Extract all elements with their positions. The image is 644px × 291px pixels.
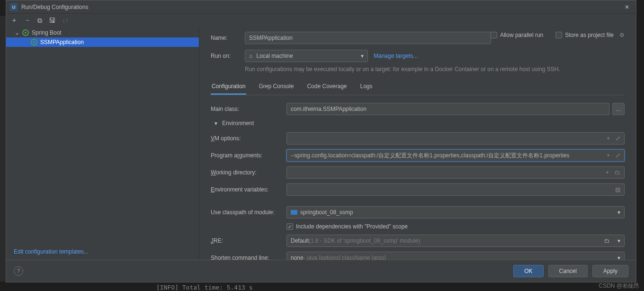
run-debug-dialog: IJ Run/Debug Configurations ✕ ＋ － ⧉ 🖫 ↓↑… (6, 0, 636, 282)
folder-icon[interactable]: 🗀 (604, 237, 610, 244)
jre-label: JRE: (211, 237, 286, 244)
env-vars-label: Environment variables: (211, 186, 286, 193)
sort-button[interactable]: ↓↑ (62, 17, 69, 24)
folder-icon[interactable]: 🗀 (613, 169, 622, 176)
shorten-row: Shorten command line: none - java [optio… (211, 252, 625, 260)
tab-code-coverage[interactable]: Code Coverage (306, 80, 348, 95)
checkbox-label: Store as project file (565, 32, 614, 38)
vm-options-field[interactable]: +⤢ (286, 132, 625, 145)
main-class-field[interactable]: com.itheima.SSMPApplication (286, 103, 609, 115)
tree-node-label: SSMPApplication (40, 39, 84, 45)
environment-section-header[interactable]: ▼ Environment (214, 120, 625, 127)
save-config-button[interactable]: 🖫 (49, 17, 55, 24)
chevron-down-icon: ▾ (361, 53, 364, 59)
expand-icon[interactable]: + (604, 169, 611, 176)
remove-config-button[interactable]: － (24, 16, 31, 25)
copy-config-button[interactable]: ⧉ (37, 17, 42, 25)
checkbox-box: ✓ (286, 223, 293, 230)
chevron-down-icon: ▾ (617, 209, 620, 216)
vm-options-row: VM options: +⤢ (211, 132, 625, 145)
add-config-button[interactable]: ＋ (11, 16, 18, 25)
maximize-icon[interactable]: ⤢ (614, 135, 622, 142)
window-title: Run/Debug Configurations (21, 4, 622, 10)
main-class-row: Main class: com.itheima.SSMPApplication … (211, 103, 625, 115)
manage-targets-link[interactable]: Manage targets... (374, 53, 418, 59)
home-icon: ⌂ (249, 53, 252, 59)
run-on-value: Local machine (256, 53, 293, 59)
classpath-row: Use classpath of module: springboot_08_s… (211, 206, 625, 218)
shorten-combo[interactable]: none - java [options] className [args] ▾ (286, 252, 625, 260)
config-main-panel: Allow parallel run Store as project file… (199, 27, 636, 260)
environment-label: Environment (222, 120, 254, 127)
expand-icon[interactable]: + (605, 135, 612, 142)
chevron-down-icon: ⌄ (15, 29, 19, 36)
close-icon[interactable]: ✕ (622, 4, 632, 10)
dialog-body: ⌄ Spring Boot SSMPApplication Edit confi… (6, 27, 636, 260)
maximize-icon[interactable]: ⤢ (614, 152, 622, 159)
tree-node-ssmpapplication[interactable]: SSMPApplication (6, 37, 199, 47)
config-tree: ⌄ Spring Boot SSMPApplication (6, 27, 199, 244)
run-on-row: Run on: ⌂ Local machine ▾ Manage targets… (211, 50, 625, 62)
cancel-button[interactable]: Cancel (548, 265, 588, 277)
browse-main-class-button[interactable]: … (612, 103, 625, 115)
list-icon[interactable]: ▤ (613, 186, 622, 193)
tab-configuration[interactable]: Configuration (211, 80, 246, 95)
titlebar: IJ Run/Debug Configurations ✕ (6, 0, 636, 14)
config-sidebar: ⌄ Spring Boot SSMPApplication Edit confi… (6, 27, 199, 260)
name-input[interactable] (245, 32, 491, 44)
classpath-combo[interactable]: springboot_08_ssmp ▾ (286, 206, 625, 218)
spring-icon (22, 29, 29, 36)
vm-options-label: VM options: (211, 135, 286, 142)
program-args-label: Program arguments: (211, 152, 286, 159)
ide-gutter (0, 16, 6, 282)
chevron-down-icon: ▾ (617, 255, 620, 260)
tree-node-spring-boot[interactable]: ⌄ Spring Boot (6, 28, 199, 37)
working-dir-field[interactable]: +🗀 (286, 166, 625, 179)
program-args-row: Program arguments: --spring.config.locat… (211, 149, 625, 162)
chevron-down-icon: ▾ (617, 237, 620, 244)
checkbox-label: Include dependencies with "Provided" sco… (296, 223, 408, 230)
jre-combo[interactable]: Default (1.8 - SDK of 'springboot_08_ssm… (286, 235, 625, 247)
checkbox-box (555, 32, 562, 38)
watermark: CSDN @淞栊昂 (599, 282, 639, 290)
triangle-down-icon: ▼ (214, 121, 218, 126)
run-on-combo[interactable]: ⌂ Local machine ▾ (245, 50, 368, 62)
tab-grep-console[interactable]: Grep Console (258, 80, 295, 95)
run-on-label: Run on: (211, 53, 239, 59)
run-on-hint: Run configurations may be executed local… (245, 65, 625, 73)
include-deps-row: ✓ Include dependencies with "Provided" s… (211, 223, 625, 230)
module-icon (291, 210, 297, 215)
help-button[interactable]: ? (14, 266, 23, 276)
dialog-footer: ? OK Cancel Apply (6, 260, 636, 282)
checkbox-box (491, 32, 497, 38)
main-class-label: Main class: (211, 106, 286, 112)
apply-button[interactable]: Apply (592, 265, 628, 277)
store-as-project-checkbox[interactable]: Store as project file ⚙ (555, 32, 625, 38)
working-dir-row: Working directory: +🗀 (211, 166, 625, 179)
program-args-field[interactable]: --spring.config.location=classpath:/自定义配… (286, 149, 625, 162)
expand-icon[interactable]: + (605, 152, 612, 159)
spring-icon (31, 39, 37, 45)
console-output: [INFO] Total time: 5.413 s (156, 284, 253, 291)
shorten-label: Shorten command line: (211, 255, 286, 260)
tree-node-label: Spring Boot (32, 29, 62, 36)
intellij-icon: IJ (10, 3, 18, 11)
top-options: Allow parallel run Store as project file… (491, 32, 625, 38)
config-tabs: Configuration Grep Console Code Coverage… (211, 80, 625, 95)
env-vars-row: Environment variables: ▤ (211, 183, 625, 196)
env-vars-field[interactable]: ▤ (286, 183, 625, 196)
edit-templates-link[interactable]: Edit configuration templates... (6, 244, 199, 260)
classpath-label: Use classpath of module: (211, 209, 286, 216)
include-deps-checkbox[interactable]: ✓ Include dependencies with "Provided" s… (286, 223, 408, 230)
name-label: Name: (211, 35, 239, 41)
checkbox-label: Allow parallel run (500, 32, 543, 38)
gear-icon[interactable]: ⚙ (619, 32, 625, 38)
config-toolbar: ＋ － ⧉ 🖫 ↓↑ (6, 14, 636, 27)
working-dir-label: Working directory: (211, 169, 286, 176)
tab-logs[interactable]: Logs (359, 80, 374, 95)
allow-parallel-checkbox[interactable]: Allow parallel run (491, 32, 543, 38)
ok-button[interactable]: OK (513, 265, 543, 277)
jre-row: JRE: Default (1.8 - SDK of 'springboot_0… (211, 235, 625, 247)
